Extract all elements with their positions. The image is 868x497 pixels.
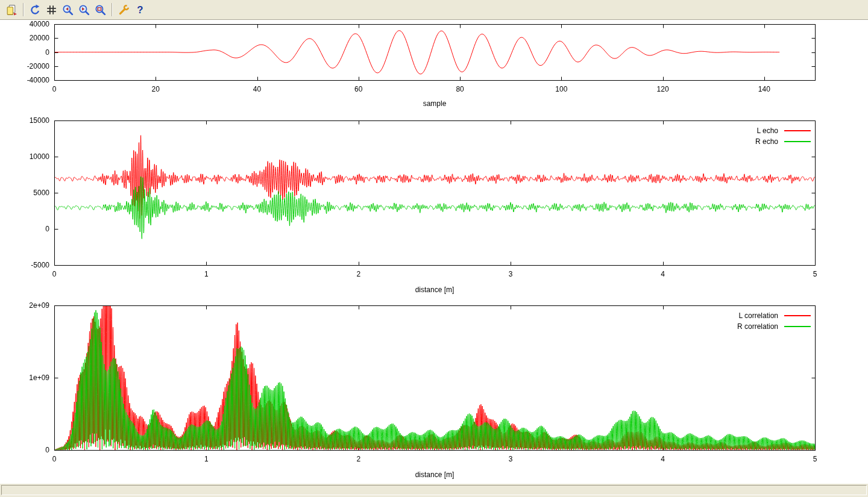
legend-entry: L correlation <box>737 311 811 320</box>
legend-label: L echo <box>756 127 778 135</box>
status-bar <box>0 483 868 497</box>
x-axis-title: distance [m] <box>54 470 815 479</box>
legend: L correlationR correlation <box>737 311 811 331</box>
y-tick-label: 1e+09 <box>0 374 49 382</box>
legend-entry: L echo <box>755 127 811 135</box>
x-tick-label: 0 <box>36 455 72 463</box>
y-tick-label: -20000 <box>0 62 49 70</box>
x-tick-label: 4 <box>645 270 681 278</box>
y-tick-label: 0 <box>0 48 49 57</box>
x-tick-label: 0 <box>36 85 72 93</box>
x-tick-label: 2 <box>341 455 377 463</box>
chart-echo-canvas[interactable] <box>0 114 868 301</box>
y-tick-label: 0 <box>0 446 49 454</box>
legend-line-sample <box>784 130 811 131</box>
legend-line-sample <box>784 326 811 327</box>
legend-line-sample <box>784 315 811 316</box>
x-axis-title: sample <box>54 99 815 108</box>
legend-label: R correlation <box>737 322 778 331</box>
legend-line-sample <box>784 141 811 142</box>
y-tick-label: 15000 <box>0 116 49 125</box>
y-tick-label: 5000 <box>0 189 49 197</box>
x-tick-label: 120 <box>645 85 681 93</box>
chart-echo: -5000050001000015000012345distance [m]L … <box>0 114 868 301</box>
x-tick-label: 80 <box>442 85 478 93</box>
legend-entry: R correlation <box>737 322 811 331</box>
x-tick-label: 40 <box>239 85 275 93</box>
x-tick-label: 140 <box>746 85 782 93</box>
status-text <box>1 485 867 495</box>
x-tick-label: 20 <box>137 85 174 93</box>
x-tick-label: 1 <box>188 270 224 278</box>
chart-waveform: -40000-200000200004000002040608010012014… <box>0 20 868 114</box>
y-tick-label: -40000 <box>0 76 49 84</box>
y-tick-label: 0 <box>0 225 49 233</box>
chart-correlation: 01e+092e+09012345distance [m]L correlati… <box>0 301 868 483</box>
x-tick-label: 3 <box>492 270 529 278</box>
x-tick-label: 1 <box>188 455 224 463</box>
legend-label: L correlation <box>738 311 778 320</box>
x-tick-label: 0 <box>36 270 72 278</box>
x-tick-label: 2 <box>341 270 377 278</box>
x-tick-label: 60 <box>341 85 377 93</box>
y-tick-label: 10000 <box>0 152 49 161</box>
gnuplot-window: ? -40000-2000002000040000020406080100120… <box>0 0 868 497</box>
x-axis-title: distance [m] <box>54 286 815 294</box>
legend-label: R echo <box>755 137 778 146</box>
x-tick-label: 4 <box>645 455 681 463</box>
plot-area: -40000-200000200004000002040608010012014… <box>0 0 868 483</box>
y-tick-label: 20000 <box>0 34 49 42</box>
x-tick-label: 3 <box>492 455 529 463</box>
x-tick-label: 5 <box>797 270 833 278</box>
legend: L echoR echo <box>755 127 811 146</box>
x-tick-label: 5 <box>797 455 833 463</box>
y-tick-label: 2e+09 <box>0 301 49 310</box>
x-tick-label: 100 <box>543 85 579 93</box>
y-tick-label: -5000 <box>0 261 49 269</box>
y-tick-label: 40000 <box>0 20 49 28</box>
legend-entry: R echo <box>755 137 811 146</box>
